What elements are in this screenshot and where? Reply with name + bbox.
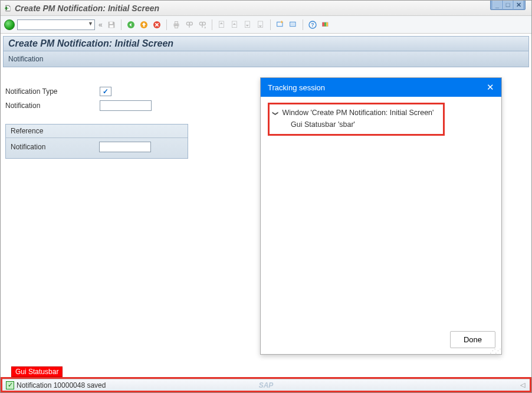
statusbar-highlight: ✓ Notification 10000048 saved SAP ◁	[1, 377, 531, 392]
notification-label: Notification	[5, 101, 100, 110]
exit-icon[interactable]	[139, 19, 149, 30]
cancel-icon[interactable]	[152, 19, 162, 30]
maximize-button[interactable]: □	[503, 1, 513, 9]
svg-rect-23	[324, 22, 326, 27]
tracking-footer: Done	[261, 325, 501, 354]
status-success-icon: ✓	[6, 381, 14, 389]
tracking-body: ❯ Window 'Create PM Notification: Initia…	[261, 97, 501, 325]
statusbar: ✓ Notification 10000048 saved SAP ◁	[2, 379, 530, 391]
window-controls: _ □ ✕	[490, 0, 526, 10]
print-icon[interactable]	[171, 19, 182, 30]
done-button[interactable]: Done	[450, 331, 495, 348]
create-shortcut-icon[interactable]	[288, 19, 298, 30]
svg-rect-7	[175, 25, 178, 28]
prev-page-icon[interactable]	[229, 19, 240, 30]
tracking-close-icon[interactable]: ✕	[487, 82, 494, 93]
app-window: _ □ ✕ Create PM Notification: Initial Sc…	[0, 0, 532, 393]
minimize-button[interactable]: _	[492, 1, 502, 9]
collapse-toolbar-icon[interactable]: «	[98, 21, 103, 29]
tracking-titlebar[interactable]: Tracking session ✕	[261, 78, 501, 97]
next-page-icon[interactable]	[242, 19, 253, 30]
notification-type-checkbox[interactable]: ✓	[100, 87, 111, 96]
find-icon[interactable]	[184, 19, 195, 30]
close-window-button[interactable]: ✕	[514, 1, 523, 9]
svg-rect-0	[109, 22, 112, 24]
back-icon[interactable]	[126, 19, 136, 30]
enter-button[interactable]	[4, 19, 15, 30]
svg-rect-24	[326, 22, 328, 27]
find-next-icon[interactable]	[197, 19, 208, 30]
toolbar-divider	[212, 19, 212, 30]
svg-rect-22	[322, 22, 324, 27]
new-session-icon[interactable]	[275, 19, 285, 30]
svg-rect-14	[245, 21, 249, 28]
reference-fieldset: Reference Notification	[5, 124, 188, 159]
status-tray-icon[interactable]: ◁	[520, 381, 525, 389]
tree-root-label: Window 'Create PM Notification: Initial …	[282, 109, 434, 117]
svg-rect-6	[175, 21, 178, 24]
tracking-title: Tracking session	[268, 83, 325, 92]
svg-rect-12	[219, 21, 224, 28]
toolbar-divider	[270, 19, 271, 30]
help-icon[interactable]: ?	[307, 19, 318, 30]
toolbar-divider	[166, 19, 167, 30]
toolbar: « ?	[1, 16, 531, 34]
document-icon	[4, 4, 12, 12]
tree-root[interactable]: ❯ Window 'Create PM Notification: Initia…	[273, 107, 439, 119]
first-page-icon[interactable]	[216, 19, 227, 30]
gui-statusbar-tag: Gui Statusbar	[11, 366, 63, 377]
svg-rect-18	[291, 22, 295, 25]
reference-notification-label: Notification	[11, 143, 99, 151]
svg-rect-1	[109, 25, 113, 27]
reference-legend: Reference	[6, 125, 188, 138]
status-message: Notification 10000048 saved	[17, 381, 106, 389]
reference-notification-input[interactable]	[99, 142, 151, 152]
command-field[interactable]	[17, 19, 95, 30]
tree-child[interactable]: Gui Statusbar 'sbar'	[291, 119, 439, 130]
notification-input[interactable]	[100, 100, 152, 111]
tracking-session-dialog: Tracking session ✕ ❯ Window 'Create PM N…	[260, 77, 502, 355]
svg-text:?: ?	[311, 22, 314, 28]
toolbar-divider	[121, 19, 121, 30]
notification-band: Notification	[3, 51, 529, 67]
sap-logo: SAP	[259, 381, 274, 389]
resize-grip-icon[interactable]: ⋰⋰	[490, 349, 500, 353]
tree-child-label: Gui Statusbar 'sbar'	[291, 120, 355, 129]
notification-type-label: Notification Type	[5, 87, 100, 96]
highlighted-tree-area: ❯ Window 'Create PM Notification: Initia…	[268, 103, 445, 136]
window-titlebar: Create PM Notification: Initial Screen	[1, 1, 531, 16]
save-icon[interactable]	[106, 19, 117, 30]
window-title: Create PM Notification: Initial Screen	[15, 4, 528, 13]
layout-icon[interactable]	[320, 19, 331, 30]
last-page-icon[interactable]	[255, 19, 266, 30]
chevron-down-icon[interactable]: ❯	[272, 111, 279, 116]
page-title: Create PM Notification: Initial Screen	[3, 36, 529, 51]
toolbar-divider	[303, 19, 303, 30]
